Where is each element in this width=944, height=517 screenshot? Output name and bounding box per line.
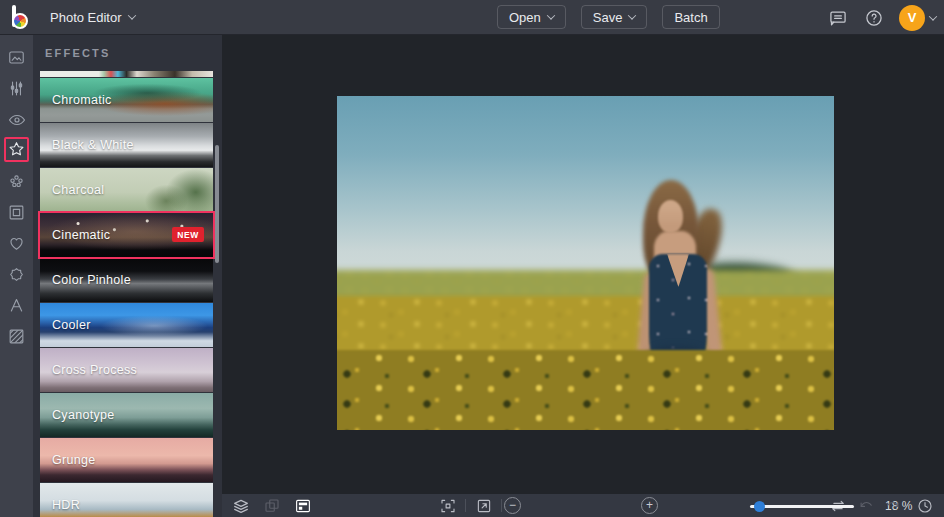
sidebar-item-graphics[interactable]	[4, 262, 29, 287]
photo-image	[337, 96, 834, 430]
effect-label: Cooler	[40, 318, 91, 332]
chevron-down-icon	[628, 11, 636, 19]
photo-woman-face	[658, 200, 683, 233]
account-menu[interactable]: V	[899, 5, 936, 31]
effect-label: Cyanotype	[40, 408, 114, 422]
open-button[interactable]: Open	[497, 5, 566, 29]
effect-label: Charcoal	[40, 183, 104, 197]
effect-label: Cinematic	[40, 228, 110, 242]
crop-rotate-icon[interactable]	[261, 495, 282, 516]
zoom-in-button[interactable]: +	[641, 497, 658, 514]
layers-icon[interactable]	[230, 495, 251, 516]
effect-label: Chromatic	[40, 93, 112, 107]
redo-icon[interactable]	[882, 495, 903, 516]
canvas-area[interactable]	[222, 35, 944, 494]
chevron-down-icon	[127, 11, 135, 19]
photo-field-near	[337, 350, 834, 430]
tool-rail	[0, 35, 33, 517]
sidebar-item-frames[interactable]	[4, 200, 29, 225]
chevron-down-icon	[929, 12, 937, 20]
sidebar-item-adjust[interactable]	[4, 76, 29, 101]
save-label: Save	[593, 10, 623, 25]
zoom-out-button[interactable]: −	[504, 497, 521, 514]
zoom-slider-handle[interactable]	[754, 501, 765, 512]
batch-button[interactable]: Batch	[662, 5, 719, 29]
save-button[interactable]: Save	[581, 5, 648, 29]
toolbar-separator	[465, 499, 466, 512]
help-icon[interactable]	[863, 7, 885, 29]
sidebar-item-text[interactable]	[4, 293, 29, 318]
new-badge: NEW	[172, 227, 204, 242]
effect-thumb-hdr[interactable]: HDR	[40, 483, 213, 517]
sidebar-item-touch-up[interactable]	[4, 107, 29, 132]
effect-thumb-partial[interactable]	[40, 71, 213, 77]
history-icon[interactable]	[914, 495, 935, 516]
effect-thumb-color-pinhole[interactable]: Color Pinhole	[40, 258, 213, 302]
effect-label: Grunge	[40, 453, 96, 467]
sidebar-item-effects[interactable]	[4, 137, 29, 162]
app-menu-label: Photo Editor	[50, 10, 122, 25]
photo-editor-app: Photo Editor Open Save Batch	[0, 0, 944, 517]
effect-label: HDR	[40, 498, 80, 512]
effects-scrollbar[interactable]	[215, 145, 219, 263]
effect-thumb-cyanotype[interactable]: Cyanotype	[40, 393, 213, 437]
sidebar-item-artsy[interactable]	[4, 169, 29, 194]
effects-panel: EFFECTS Chromatic Black & White Charcoal…	[33, 35, 222, 517]
open-external-icon[interactable]	[473, 495, 494, 516]
sidebar-item-overlays[interactable]	[4, 231, 29, 256]
compare-icon[interactable]	[827, 495, 848, 516]
effect-label: Cross Process	[40, 363, 137, 377]
effect-label: Color Pinhole	[40, 273, 131, 287]
effect-thumb-charcoal[interactable]: Charcoal	[40, 168, 213, 212]
top-bar: Photo Editor Open Save Batch	[0, 0, 944, 35]
logo-color-wheel	[12, 13, 28, 29]
topbar-right-group: V	[827, 0, 936, 35]
batch-label: Batch	[674, 10, 707, 25]
effect-thumb-cooler[interactable]: Cooler	[40, 303, 213, 347]
app-menu-button[interactable]: Photo Editor	[38, 5, 147, 29]
file-actions: Open Save Batch	[497, 5, 720, 29]
effect-label: Black & White	[40, 138, 134, 152]
sidebar-item-image[interactable]	[4, 45, 29, 70]
effect-thumb-grunge[interactable]: Grunge	[40, 438, 213, 482]
effect-thumb-cinematic[interactable]: Cinematic NEW	[40, 213, 213, 257]
effect-thumb-chromatic[interactable]: Chromatic	[40, 78, 213, 122]
befunky-logo[interactable]	[8, 4, 35, 31]
layout-template-icon[interactable]	[292, 495, 313, 516]
panel-title: EFFECTS	[45, 47, 111, 59]
undo-icon[interactable]	[855, 495, 876, 516]
sidebar-item-textures[interactable]	[4, 324, 29, 349]
effect-thumb-cross-process[interactable]: Cross Process	[40, 348, 213, 392]
feedback-chat-icon[interactable]	[827, 7, 849, 29]
effect-thumb-black-and-white[interactable]: Black & White	[40, 123, 213, 167]
chevron-down-icon	[547, 11, 555, 19]
bottom-toolbar: − + 18 %	[222, 494, 944, 517]
open-label: Open	[509, 10, 541, 25]
photo-sky	[337, 96, 834, 290]
toolbar-separator	[501, 499, 502, 512]
fit-to-screen-icon[interactable]	[437, 495, 458, 516]
avatar: V	[899, 5, 925, 31]
